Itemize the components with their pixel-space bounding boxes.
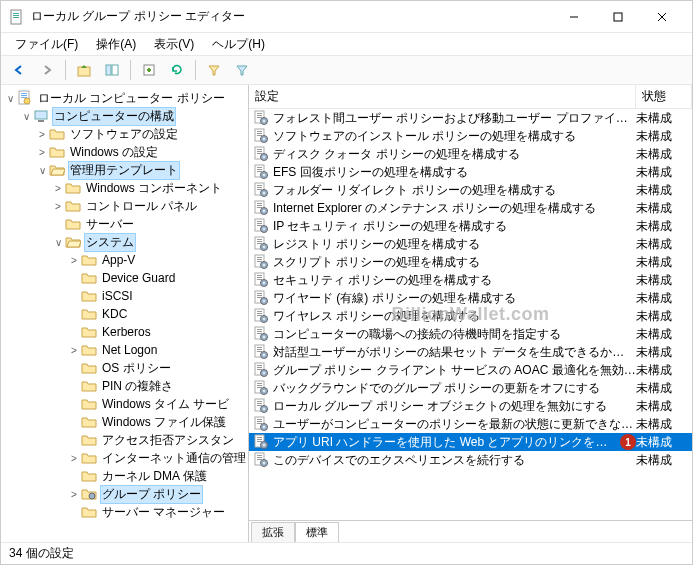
tree-toggle-icon[interactable]: > xyxy=(51,183,65,194)
tree-toggle-icon[interactable]: > xyxy=(67,255,81,266)
list-row[interactable]: スクリプト ポリシーの処理を構成する未構成 xyxy=(249,253,692,271)
tree-toggle-icon[interactable]: > xyxy=(67,453,81,464)
list-row[interactable]: ワイヤレス ポリシーの処理を構成する未構成 xyxy=(249,307,692,325)
setting-name: ソフトウェアのインストール ポリシーの処理を構成する xyxy=(273,128,576,145)
tree-internet-mgmt[interactable]: >インターネット通信の管理 xyxy=(3,449,246,467)
tree-kernel-dma[interactable]: カーネル DMA 保護 xyxy=(3,467,246,485)
list-row[interactable]: ローカル グループ ポリシー オブジェクトの処理を無効にする未構成 xyxy=(249,397,692,415)
svg-point-103 xyxy=(263,354,265,356)
list-row[interactable]: IP セキュリティ ポリシーの処理を構成する未構成 xyxy=(249,217,692,235)
tree-windows[interactable]: >Windows の設定 xyxy=(3,143,246,161)
tree-toggle-icon[interactable]: ∨ xyxy=(19,111,33,122)
tree-label: カーネル DMA 保護 xyxy=(100,468,209,485)
tree-win-components[interactable]: >Windows コンポーネント xyxy=(3,179,246,197)
filter-button[interactable] xyxy=(202,58,226,82)
close-button[interactable] xyxy=(640,2,684,32)
tree-win-time[interactable]: Windows タイム サービ xyxy=(3,395,246,413)
tree-toggle-icon[interactable]: ∨ xyxy=(51,237,65,248)
tree-os-policy[interactable]: OS ポリシー xyxy=(3,359,246,377)
list-row[interactable]: ワイヤード (有線) ポリシーの処理を構成する未構成 xyxy=(249,289,692,307)
tree-toggle-icon[interactable]: ∨ xyxy=(35,165,49,176)
setting-state: 未構成 xyxy=(636,416,692,433)
tree-group-policy[interactable]: >グループ ポリシー xyxy=(3,485,246,503)
list-row[interactable]: フォレスト間ユーザー ポリシーおよび移動ユーザー プロファイルを許可する未構成 xyxy=(249,109,692,127)
list-row[interactable]: ディスク クォータ ポリシーの処理を構成する未構成 xyxy=(249,145,692,163)
tree-label: サーバー マネージャー xyxy=(100,504,227,521)
tree-toggle-icon[interactable]: > xyxy=(51,201,65,212)
tree-server-manager[interactable]: サーバー マネージャー xyxy=(3,503,246,521)
tree-toggle-icon[interactable]: > xyxy=(35,147,49,158)
list-row[interactable]: レジストリ ポリシーの処理を構成する未構成 xyxy=(249,235,692,253)
list-row[interactable]: ユーザーがコンピューターのポリシーを最新の状態に更新できないように…未構成 xyxy=(249,415,692,433)
list-row[interactable]: ソフトウェアのインストール ポリシーの処理を構成する未構成 xyxy=(249,127,692,145)
tree-toggle-icon[interactable]: > xyxy=(35,129,49,140)
list-row[interactable]: アプリ URI ハンドラーを使用した Web とアプリのリンクを構成します1未構… xyxy=(249,433,692,451)
tree-kerberos[interactable]: Kerberos xyxy=(3,323,246,341)
folder-icon xyxy=(65,234,81,250)
svg-rect-113 xyxy=(257,387,262,388)
tree-admin-templates[interactable]: ∨管理用テンプレート xyxy=(3,161,246,179)
tree-server[interactable]: サーバー xyxy=(3,215,246,233)
menu-help[interactable]: ヘルプ(H) xyxy=(204,35,273,54)
menu-action[interactable]: 操作(A) xyxy=(88,35,144,54)
tab-standard[interactable]: 標準 xyxy=(295,522,339,542)
filter-options-button[interactable] xyxy=(230,58,254,82)
tree-control-panel[interactable]: >コントロール パネル xyxy=(3,197,246,215)
minimize-button[interactable] xyxy=(552,2,596,32)
tree-pin[interactable]: PIN の複雑さ xyxy=(3,377,246,395)
svg-rect-82 xyxy=(257,295,262,296)
tree-kdc[interactable]: KDC xyxy=(3,305,246,323)
refresh-button[interactable] xyxy=(165,58,189,82)
tree-software[interactable]: >ソフトウェアの設定 xyxy=(3,125,246,143)
setting-name: EFS 回復ポリシーの処理を構成する xyxy=(273,164,468,181)
column-header-state[interactable]: 状態 xyxy=(636,85,692,108)
up-button[interactable] xyxy=(72,58,96,82)
setting-icon xyxy=(253,290,269,306)
list-row[interactable]: セキュリティ ポリシーの処理を構成する未構成 xyxy=(249,271,692,289)
tree-computer-config[interactable]: ∨コンピューターの構成 xyxy=(3,107,246,125)
tree-system[interactable]: ∨システム xyxy=(3,233,246,251)
tree-label: PIN の複雑さ xyxy=(100,378,175,395)
list-body[interactable]: フォレスト間ユーザー ポリシーおよび移動ユーザー プロファイルを許可する未構成ソ… xyxy=(249,109,692,520)
list-row[interactable]: グループ ポリシー クライアント サービスの AOAC 最適化を無効にする未構成 xyxy=(249,361,692,379)
show-hide-tree-button[interactable] xyxy=(100,58,124,82)
tree-device-guard[interactable]: Device Guard xyxy=(3,269,246,287)
tree-appv[interactable]: >App-V xyxy=(3,251,246,269)
svg-rect-88 xyxy=(257,313,262,314)
list-row[interactable]: コンピューターの職場への接続の待機時間を指定する未構成 xyxy=(249,325,692,343)
svg-point-31 xyxy=(263,138,265,140)
svg-rect-27 xyxy=(257,131,262,132)
list-row[interactable]: バックグラウンドでのグループ ポリシーの更新をオフにする未構成 xyxy=(249,379,692,397)
forward-button[interactable] xyxy=(35,58,59,82)
svg-rect-119 xyxy=(257,405,262,406)
tree-pane[interactable]: ∨ローカル コンピューター ポリシー∨コンピューターの構成>ソフトウェアの設定>… xyxy=(1,85,249,542)
tree-toggle-icon[interactable]: ∨ xyxy=(3,93,17,104)
tab-extended[interactable]: 拡張 xyxy=(251,522,295,542)
folder-icon xyxy=(81,288,97,304)
export-button[interactable] xyxy=(137,58,161,82)
tree-iscsi[interactable]: iSCSI xyxy=(3,287,246,305)
list-row[interactable]: EFS 回復ポリシーの処理を構成する未構成 xyxy=(249,163,692,181)
list-row[interactable]: フォルダー リダイレクト ポリシーの処理を構成する未構成 xyxy=(249,181,692,199)
svg-rect-2 xyxy=(13,15,19,16)
column-header-name[interactable]: 設定 xyxy=(249,85,636,108)
list-row[interactable]: このデバイスでのエクスペリエンスを続行する未構成 xyxy=(249,451,692,469)
tree-net-logon[interactable]: >Net Logon xyxy=(3,341,246,359)
setting-icon xyxy=(253,128,269,144)
tree-label: KDC xyxy=(100,307,129,321)
folder-icon xyxy=(49,162,65,178)
list-row[interactable]: 対話型ユーザーがポリシーの結果セット データを生成できるかどうかを…未構成 xyxy=(249,343,692,361)
tree-win-file-protect[interactable]: Windows ファイル保護 xyxy=(3,413,246,431)
back-button[interactable] xyxy=(7,58,31,82)
tree-toggle-icon[interactable]: > xyxy=(67,345,81,356)
tree-root[interactable]: ∨ローカル コンピューター ポリシー xyxy=(3,89,246,107)
svg-point-67 xyxy=(263,246,265,248)
svg-rect-8 xyxy=(78,67,90,76)
maximize-button[interactable] xyxy=(596,2,640,32)
menu-view[interactable]: 表示(V) xyxy=(146,35,202,54)
tree-toggle-icon[interactable]: > xyxy=(67,489,81,500)
menu-file[interactable]: ファイル(F) xyxy=(7,35,86,54)
tree-access-denied[interactable]: アクセス拒否アシスタン xyxy=(3,431,246,449)
list-row[interactable]: Internet Explorer のメンテナンス ポリシーの処理を構成する未構… xyxy=(249,199,692,217)
folder-icon xyxy=(81,252,97,268)
